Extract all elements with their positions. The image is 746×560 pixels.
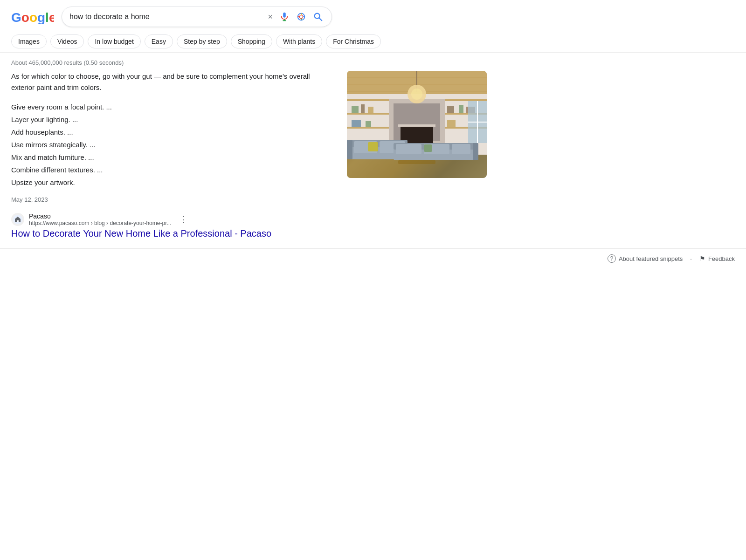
header: Google ×: [0, 0, 746, 31]
result-title-link[interactable]: How to Decorate Your New Home Like a Pro…: [11, 228, 586, 239]
search-result: Pacaso https://www.pacaso.com › blog › d…: [11, 212, 586, 239]
svg-rect-1: [283, 13, 286, 18]
main-content: As for which color to choose, go with yo…: [0, 71, 597, 239]
about-snippets[interactable]: ? About featured snippets: [608, 254, 683, 263]
snippet-date: May 12, 2023: [11, 196, 328, 203]
svg-rect-52: [368, 142, 378, 151]
chip-images[interactable]: Images: [11, 34, 47, 48]
chip-low-budget[interactable]: In low budget: [88, 34, 140, 48]
svg-rect-48: [473, 143, 478, 160]
svg-point-40: [411, 89, 422, 100]
source-url: https://www.pacaso.com › blog › decorate…: [29, 220, 171, 226]
svg-rect-34: [447, 120, 456, 127]
featured-snippet: As for which color to choose, go with yo…: [11, 71, 586, 203]
list-item: Combine different textures. ...: [11, 164, 328, 176]
svg-rect-26: [352, 120, 361, 127]
filter-chips-bar: Images Videos In low budget Easy Step by…: [0, 31, 746, 53]
svg-rect-23: [352, 106, 359, 113]
feedback-label: Feedback: [708, 255, 735, 262]
search-button[interactable]: [312, 11, 324, 23]
help-icon: ?: [608, 254, 616, 263]
list-item: Give every room a focal point. ...: [11, 101, 328, 113]
separator: ·: [690, 255, 692, 262]
google-logo: Google: [11, 10, 54, 24]
snippet-text: As for which color to choose, go with yo…: [11, 71, 328, 203]
mic-icon: [279, 12, 290, 22]
chip-for-christmas[interactable]: For Christmas: [326, 34, 381, 48]
svg-rect-56: [17, 220, 19, 222]
feedback-icon: ⚑: [699, 255, 705, 262]
list-item: Add houseplants. ...: [11, 126, 328, 138]
bottom-bar: ? About featured snippets · ⚑ Feedback: [0, 248, 746, 268]
search-input[interactable]: [69, 13, 263, 21]
result-more-button[interactable]: ⋮: [178, 212, 190, 226]
svg-rect-19: [398, 124, 435, 127]
snippet-list: Give every room a focal point. ... Layer…: [11, 101, 328, 189]
svg-text:Google: Google: [11, 10, 54, 24]
svg-rect-27: [366, 121, 371, 127]
results-info: About 465,000,000 results (0.50 seconds): [0, 53, 746, 71]
svg-rect-32: [459, 105, 463, 113]
svg-rect-28: [445, 99, 487, 101]
search-bar: ×: [62, 7, 332, 27]
results-count: About 465,000,000 results (0.50 seconds): [11, 59, 124, 66]
svg-rect-53: [424, 144, 432, 152]
list-item: Upsize your artwork.: [11, 176, 328, 189]
svg-rect-31: [447, 106, 454, 113]
svg-rect-25: [368, 107, 373, 113]
svg-line-9: [319, 18, 322, 21]
svg-rect-54: [398, 160, 435, 164]
snippet-image-container: [347, 71, 487, 178]
chip-easy[interactable]: Easy: [145, 34, 173, 48]
clear-icon: ×: [268, 12, 273, 22]
svg-rect-49: [396, 144, 421, 154]
svg-point-3: [299, 15, 303, 18]
voice-search-button[interactable]: [278, 11, 290, 23]
svg-rect-20: [347, 99, 389, 101]
source-info: Pacaso https://www.pacaso.com › blog › d…: [29, 212, 171, 226]
chip-with-plants[interactable]: With plants: [276, 34, 322, 48]
svg-rect-51: [452, 144, 470, 154]
clear-button[interactable]: ×: [267, 11, 274, 23]
chip-step-by-step[interactable]: Step by step: [177, 34, 227, 48]
search-icon: [313, 12, 323, 22]
svg-rect-24: [361, 104, 365, 113]
about-snippets-label: About featured snippets: [619, 255, 683, 262]
list-item: Mix and match furniture. ...: [11, 151, 328, 164]
list-item: Use mirrors strategically. ...: [11, 138, 328, 151]
chip-videos[interactable]: Videos: [50, 34, 84, 48]
lens-icon: [296, 12, 306, 22]
svg-rect-21: [347, 113, 389, 115]
search-icons: ×: [267, 11, 324, 23]
svg-rect-22: [347, 127, 389, 129]
feedback-button[interactable]: ⚑ Feedback: [699, 255, 735, 262]
more-dots-icon: ⋮: [180, 215, 188, 224]
svg-rect-43: [347, 140, 352, 159]
snippet-image: [347, 71, 487, 178]
snippet-intro: As for which color to choose, go with yo…: [11, 71, 328, 93]
favicon: [11, 213, 24, 226]
chip-shopping[interactable]: Shopping: [231, 34, 272, 48]
result-source: Pacaso https://www.pacaso.com › blog › d…: [11, 212, 586, 226]
lens-button[interactable]: [295, 11, 307, 23]
list-item: Layer your lighting. ...: [11, 113, 328, 126]
favicon-icon: [13, 215, 22, 224]
source-name: Pacaso: [29, 212, 171, 220]
